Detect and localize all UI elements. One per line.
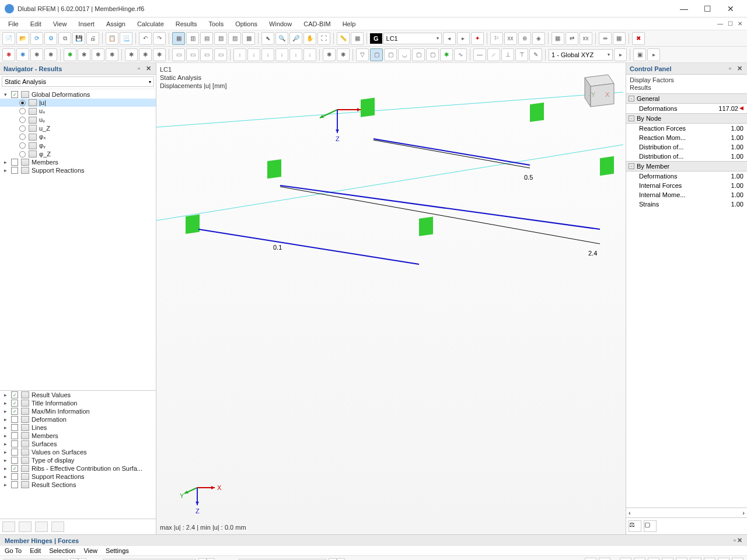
section2-icon[interactable]: ▭: [186, 48, 199, 61]
print-icon[interactable]: 🖨: [86, 32, 99, 45]
tree-uy[interactable]: uᵧ: [38, 116, 45, 124]
nav-lower-item[interactable]: Result Values: [30, 391, 71, 398]
save-icon[interactable]: 💾: [72, 32, 85, 45]
cp-group-bymember[interactable]: -By Member: [626, 161, 747, 172]
menu-file[interactable]: File: [2, 19, 25, 29]
tree-members[interactable]: Members: [30, 159, 58, 166]
load2-icon[interactable]: ↓: [247, 48, 260, 61]
node-icon[interactable]: ✱: [2, 48, 15, 61]
checkbox[interactable]: ✓: [11, 91, 18, 98]
doc-icon[interactable]: 📃: [120, 32, 132, 45]
edit1-icon[interactable]: ―: [473, 48, 486, 61]
tool-d-icon[interactable]: ◈: [532, 32, 545, 45]
expand-icon[interactable]: ▸: [1, 466, 9, 471]
bp-t2-icon[interactable]: [599, 558, 610, 560]
copy-icon[interactable]: ⧉: [58, 32, 71, 45]
bp-menu-view[interactable]: View: [83, 547, 97, 554]
tree-ux[interactable]: uₓ: [38, 107, 46, 115]
show6-icon[interactable]: ✱: [440, 48, 453, 61]
edit3-icon[interactable]: ⊥: [501, 48, 514, 61]
view4-icon[interactable]: ▧: [214, 32, 227, 45]
checkbox[interactable]: [11, 432, 18, 439]
tree-phiy[interactable]: φᵧ: [38, 142, 46, 149]
load1-icon[interactable]: ↓: [233, 48, 246, 61]
nav-lower-item[interactable]: Deformation: [30, 416, 67, 423]
nav-lower-item[interactable]: Surfaces: [30, 440, 57, 447]
zoom-icon[interactable]: 🔍: [275, 32, 288, 45]
lc-next-icon[interactable]: ▸: [457, 32, 470, 45]
bp-t6-icon[interactable]: [662, 558, 673, 560]
edit5-icon[interactable]: ✎: [529, 48, 542, 61]
clipboard-icon[interactable]: 📋: [106, 32, 118, 45]
extra2-icon[interactable]: ✱: [337, 48, 350, 61]
load5-icon[interactable]: ↓: [289, 48, 302, 61]
mdi-close-icon[interactable]: ✕: [735, 20, 745, 27]
tree-phix[interactable]: φₓ: [38, 133, 46, 141]
star-red-icon[interactable]: ✦: [471, 32, 484, 45]
checkbox[interactable]: ✓: [11, 391, 18, 398]
close-button[interactable]: ✕: [719, 1, 742, 17]
tool-f-icon[interactable]: ⇄: [566, 32, 578, 45]
checkbox[interactable]: [11, 416, 18, 423]
expand-icon[interactable]: ▸: [1, 425, 9, 430]
navigator-dropdown[interactable]: Static Analysis: [2, 76, 154, 87]
maximize-button[interactable]: ☐: [696, 1, 719, 17]
expand-icon[interactable]: ▸: [1, 392, 9, 398]
menu-options[interactable]: Options: [229, 19, 263, 29]
tree-uz[interactable]: u_Z: [38, 125, 50, 132]
bp-filter-icon[interactable]: ▽: [732, 558, 743, 560]
bp-t8-icon[interactable]: [690, 558, 701, 560]
nav-btn3-icon[interactable]: [35, 522, 48, 532]
measure-icon[interactable]: 📏: [337, 32, 350, 45]
nav-lower-item[interactable]: Support Reactions: [30, 473, 85, 480]
tree-global-def[interactable]: Global Deformations: [30, 91, 90, 98]
nav-lower-item[interactable]: Lines: [30, 424, 47, 431]
cp-tool2-icon[interactable]: ▢: [644, 520, 657, 532]
refresh-icon[interactable]: ⟳: [30, 32, 43, 45]
nav-lower-item[interactable]: Values on Surfaces: [30, 449, 87, 456]
bp-t3-icon[interactable]: [620, 558, 631, 560]
cp-scrollbar[interactable]: ‹›: [626, 508, 747, 517]
tool-j-icon[interactable]: ✖: [632, 32, 645, 45]
menu-assign[interactable]: Assign: [100, 19, 131, 29]
radio[interactable]: [19, 125, 26, 132]
cp-tool1-icon[interactable]: ⚖: [629, 520, 641, 532]
checkbox[interactable]: [11, 159, 18, 166]
show7-icon[interactable]: ∿: [454, 48, 467, 61]
gear-icon[interactable]: ⚙: [44, 32, 57, 45]
edit4-icon[interactable]: ⊤: [515, 48, 528, 61]
nav-pin-icon[interactable]: ▫: [135, 65, 143, 72]
radio[interactable]: [19, 142, 26, 149]
radio[interactable]: [19, 151, 26, 158]
menu-view[interactable]: View: [47, 19, 73, 29]
view1-icon[interactable]: ▦: [172, 32, 185, 45]
view-cube[interactable]: -Y X: [573, 69, 620, 116]
menu-calculate[interactable]: Calculate: [131, 19, 170, 29]
fit-icon[interactable]: ⛶: [317, 32, 330, 45]
cs-next-icon[interactable]: ▸: [614, 48, 627, 61]
checkbox[interactable]: [11, 481, 18, 488]
show3-icon[interactable]: ◡: [398, 48, 411, 61]
expand-icon[interactable]: ▸: [1, 482, 9, 488]
bp-close-icon[interactable]: ✕: [737, 537, 742, 544]
bp-menu-goto[interactable]: Go To: [5, 547, 22, 554]
expand-icon[interactable]: ▸: [1, 441, 9, 447]
menu-cadbim[interactable]: CAD-BIM: [298, 19, 336, 29]
lc-prev-icon[interactable]: ◂: [443, 32, 456, 45]
bp-t1-icon[interactable]: [585, 558, 596, 560]
window-icon[interactable]: ▣: [633, 48, 646, 61]
minimize-button[interactable]: —: [672, 1, 696, 17]
hinge-icon[interactable]: ✱: [139, 48, 152, 61]
radio[interactable]: [19, 134, 26, 140]
show2-icon[interactable]: ▢: [384, 48, 397, 61]
menu-help[interactable]: Help: [337, 19, 362, 29]
pan-icon[interactable]: ✋: [303, 32, 316, 45]
menu-window[interactable]: Window: [263, 19, 298, 29]
cp-pin-icon[interactable]: ▫: [726, 65, 734, 72]
section4-icon[interactable]: ▭: [214, 48, 227, 61]
nav-btn1-icon[interactable]: [2, 522, 15, 532]
nav-lower-item[interactable]: Title Information: [30, 400, 77, 407]
view2-icon[interactable]: ▥: [186, 32, 199, 45]
expand-icon[interactable]: ▸: [1, 449, 9, 455]
checkbox[interactable]: [11, 457, 18, 464]
